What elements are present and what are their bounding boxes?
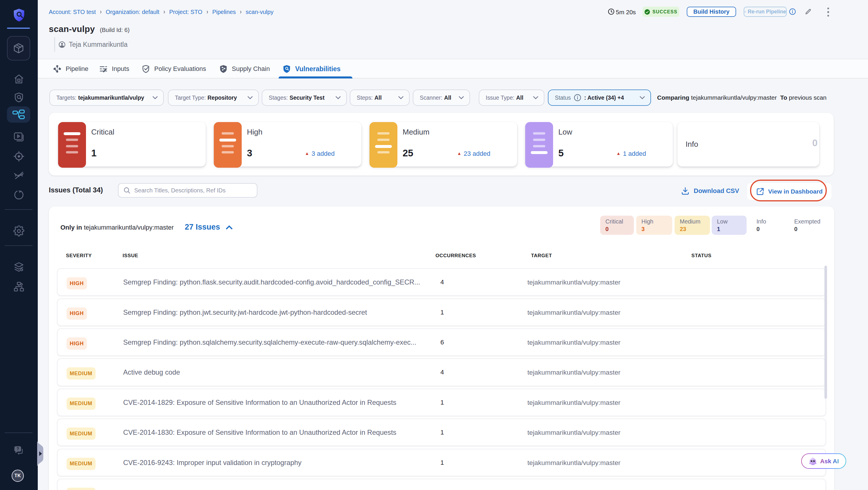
svg-text:?: ? <box>17 447 19 451</box>
